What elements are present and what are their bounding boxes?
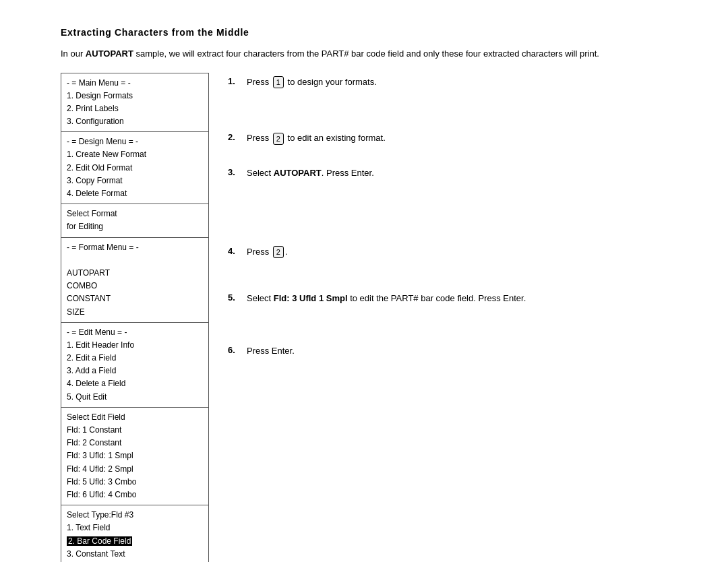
design-menu-line-3: 2. Edit Old Format	[67, 162, 203, 175]
select-edit-field-line-4: Fld: 3 Ufld: 1 Smpl	[67, 449, 203, 462]
step-1: 1. Press 1 to design your formats.	[228, 73, 667, 93]
design-menu-line-2: 1. Create New Format	[67, 148, 203, 161]
right-column: 1. Press 1 to design your formats. 2. Pr…	[228, 73, 667, 563]
main-menu-line-4: 3. Configuration	[67, 115, 203, 128]
step-1-text: Press 1 to design your formats.	[247, 75, 667, 89]
select-edit-field-line-5: Fld: 4 Ufld: 2 Smpl	[67, 463, 203, 476]
select-type-box: Select Type:Fld #3 1. Text Field 2. Bar …	[61, 505, 209, 562]
step-2-num: 2.	[228, 131, 247, 142]
select-type-line-4: 3. Constant Text	[67, 548, 203, 561]
step-5-text: Select Fld: 3 Ufld 1 Smpl to edit the PA…	[247, 292, 667, 305]
step-3-text: Select AUTOPART. Press Enter.	[247, 166, 667, 180]
main-menu-box: - = Main Menu = - 1. Design Formats 2. P…	[61, 73, 209, 133]
step-2-text: Press 2 to edit an existing format.	[247, 131, 667, 145]
main-menu-line-1: - = Main Menu = -	[67, 77, 203, 90]
intro-paragraph: In our AUTOPART sample, we will extract …	[61, 47, 667, 61]
select-format-box: Select Format for Editing	[61, 204, 209, 237]
edit-menu-line-6: 5. Quit Edit	[67, 391, 203, 404]
select-format-line-1: Select Format	[67, 208, 203, 220]
step-3: 3. Select AUTOPART. Press Enter.	[228, 162, 667, 184]
format-menu-line-2: AUTOPART	[67, 267, 203, 280]
design-menu-box: - = Design Menu = - 1. Create New Format…	[61, 132, 209, 204]
format-menu-blank	[67, 254, 203, 267]
intro-bold: AUTOPART	[86, 49, 133, 59]
main-menu-line-3: 2. Print Labels	[67, 102, 203, 115]
page-title: Extracting Characters from the Middle	[61, 27, 667, 38]
format-menu-box: - = Format Menu = - AUTOPART COMBO CONST…	[61, 238, 209, 323]
step-5-num: 5.	[228, 292, 247, 303]
page-container: Extracting Characters from the Middle In…	[61, 27, 667, 562]
design-menu-line-5: 4. Delete Format	[67, 187, 203, 200]
format-menu-line-4: CONSTANT	[67, 292, 203, 305]
edit-menu-box: - = Edit Menu = - 1. Edit Header Info 2.…	[61, 323, 209, 408]
step-6-text: Press Enter.	[247, 344, 667, 358]
step-4-key: 2	[273, 246, 284, 259]
step-6: 6. Press Enter.	[228, 340, 667, 362]
select-edit-field-line-6: Fld: 5 Ufld: 3 Cmbo	[67, 476, 203, 489]
select-edit-field-box: Select Edit Field Fld: 1 Constant Fld: 2…	[61, 408, 209, 505]
step-2: 2. Press 2 to edit an existing format.	[228, 127, 667, 149]
edit-menu-line-4: 3. Add a Field	[67, 365, 203, 377]
design-menu-line-4: 3. Copy Format	[67, 175, 203, 187]
edit-menu-line-1: - = Edit Menu = -	[67, 326, 203, 339]
step-4: 4. Press 2.	[228, 241, 667, 263]
format-menu-line-1: - = Format Menu = -	[67, 241, 203, 254]
edit-menu-line-5: 4. Delete a Field	[67, 377, 203, 390]
format-menu-line-3: COMBO	[67, 280, 203, 292]
main-menu-line-2: 1. Design Formats	[67, 90, 203, 102]
step-5: 5. Select Fld: 3 Ufld 1 Smpl to edit the…	[228, 288, 667, 309]
step-4-num: 4.	[228, 245, 247, 256]
format-menu-line-5: SIZE	[67, 306, 203, 319]
select-type-line-3: 2. Bar Code Field	[67, 535, 203, 548]
step-2-key: 2	[273, 133, 284, 146]
select-type-line-1: Select Type:Fld #3	[67, 509, 203, 522]
select-edit-field-line-1: Select Edit Field	[67, 411, 203, 424]
select-format-line-2: for Editing	[67, 220, 203, 233]
design-menu-line-1: - = Design Menu = -	[67, 135, 203, 148]
left-column: - = Main Menu = - 1. Design Formats 2. P…	[61, 73, 209, 563]
select-edit-field-line-3: Fld: 2 Constant	[67, 437, 203, 449]
edit-menu-line-3: 2. Edit a Field	[67, 352, 203, 365]
edit-menu-line-2: 1. Edit Header Info	[67, 339, 203, 352]
content-area: - = Main Menu = - 1. Design Formats 2. P…	[61, 73, 667, 563]
step-3-bold: AUTOPART	[274, 168, 322, 178]
step-3-num: 3.	[228, 166, 247, 177]
step-5-bold: Fld: 3 Ufld 1 Smpl	[274, 293, 348, 303]
select-edit-field-line-2: Fld: 1 Constant	[67, 424, 203, 437]
step-6-num: 6.	[228, 344, 247, 355]
step-1-num: 1.	[228, 75, 247, 86]
select-edit-field-line-7: Fld: 6 Ufld: 4 Cmbo	[67, 489, 203, 501]
step-4-text: Press 2.	[247, 245, 667, 259]
select-type-highlight: 2. Bar Code Field	[67, 536, 132, 546]
select-type-line-2: 1. Text Field	[67, 522, 203, 534]
step-1-key: 1	[273, 76, 284, 89]
